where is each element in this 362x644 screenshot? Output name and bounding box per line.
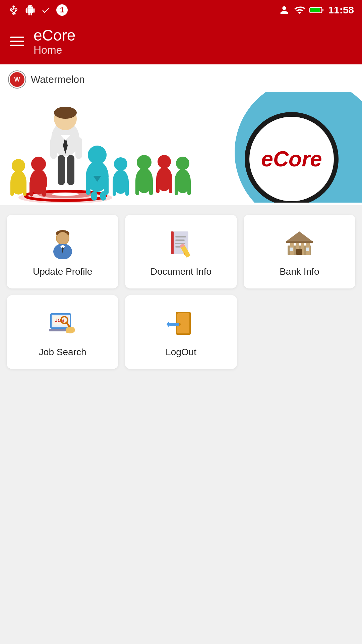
update-profile-label: Update Profile	[33, 266, 92, 277]
svg-text:W: W	[14, 76, 20, 83]
svg-text:JOB: JOB	[55, 318, 65, 323]
svg-rect-47	[169, 178, 172, 193]
bank-info-label: Bank Info	[280, 266, 319, 277]
job-search-label: Job Search	[39, 347, 86, 358]
svg-point-14	[54, 107, 77, 119]
svg-rect-30	[10, 182, 14, 196]
app-name: eCore	[34, 27, 75, 44]
banner: W Watermelon eCore	[0, 64, 362, 205]
job-search-card[interactable]: JOB Job Search	[7, 295, 118, 369]
svg-point-57	[57, 232, 69, 244]
document-info-label: Document Info	[150, 266, 212, 277]
document-info-card[interactable]: Document Info	[125, 215, 237, 288]
svg-marker-93	[167, 321, 169, 328]
status-bar: 1 11:58	[0, 0, 362, 20]
svg-rect-43	[149, 180, 153, 195]
check-icon	[41, 5, 51, 15]
svg-rect-88	[72, 327, 74, 331]
svg-rect-26	[91, 191, 97, 201]
android-icon	[25, 5, 36, 15]
svg-rect-39	[125, 181, 129, 196]
svg-rect-74	[286, 241, 313, 243]
update-profile-card[interactable]: Update Profile	[7, 215, 118, 288]
svg-marker-73	[286, 231, 313, 241]
clock: 11:58	[328, 4, 354, 16]
app-bar: eCore Home	[0, 20, 362, 64]
svg-rect-59	[171, 231, 174, 254]
watermelon-text: Watermelon	[31, 74, 85, 85]
status-bar-right: 11:58	[279, 4, 354, 16]
svg-rect-92	[169, 323, 179, 326]
logout-card[interactable]: LogOut	[125, 295, 237, 369]
document-icon	[166, 229, 196, 259]
banner-illustration: eCore	[0, 92, 362, 203]
svg-rect-38	[113, 181, 116, 196]
svg-rect-61	[175, 239, 185, 241]
svg-rect-77	[306, 248, 309, 251]
svg-point-11	[52, 193, 79, 196]
svg-rect-34	[29, 181, 33, 197]
status-bar-left: 1	[8, 4, 68, 16]
watermelon-icon: W	[8, 70, 26, 89]
profile-icon	[48, 229, 78, 259]
bank-icon	[284, 229, 314, 259]
logout-icon	[166, 309, 196, 339]
svg-rect-87	[66, 329, 68, 333]
logout-label: LogOut	[166, 347, 196, 358]
battery-icon	[309, 5, 324, 15]
svg-point-36	[114, 157, 127, 171]
svg-rect-18	[75, 137, 82, 159]
wifi-icon	[294, 4, 305, 16]
ecore-logo-text: eCore	[261, 147, 322, 171]
svg-rect-46	[156, 178, 160, 193]
ecore-logo-circle: eCore	[245, 112, 339, 203]
usb-icon	[8, 4, 19, 16]
menu-grid: Update Profile Document Info	[0, 205, 362, 378]
svg-rect-60	[175, 236, 186, 237]
svg-rect-20	[67, 155, 74, 185]
notification-badge: 1	[56, 4, 68, 16]
job-search-icon: JOB	[48, 309, 78, 339]
svg-point-44	[158, 155, 171, 168]
svg-rect-27	[100, 191, 106, 201]
figures-illustration	[0, 99, 194, 203]
svg-rect-51	[187, 180, 191, 195]
svg-rect-75	[296, 249, 302, 255]
bottom-empty-area	[0, 378, 362, 613]
svg-rect-76	[290, 248, 293, 251]
svg-point-40	[137, 155, 152, 170]
watermelon-logo: W Watermelon	[0, 64, 362, 92]
svg-rect-19	[58, 155, 65, 185]
svg-rect-24	[86, 176, 90, 195]
svg-rect-31	[23, 182, 26, 196]
svg-rect-50	[175, 180, 178, 195]
svg-point-48	[176, 157, 189, 170]
app-bar-title: eCore Home	[34, 27, 75, 56]
svg-rect-4	[310, 8, 320, 12]
svg-rect-42	[135, 180, 139, 195]
app-subtitle: Home	[34, 44, 75, 56]
bank-info-card[interactable]: Bank Info	[244, 215, 355, 288]
svg-rect-35	[42, 181, 46, 197]
hamburger-menu[interactable]	[10, 37, 24, 46]
person-icon	[279, 4, 290, 16]
svg-rect-17	[50, 137, 57, 159]
